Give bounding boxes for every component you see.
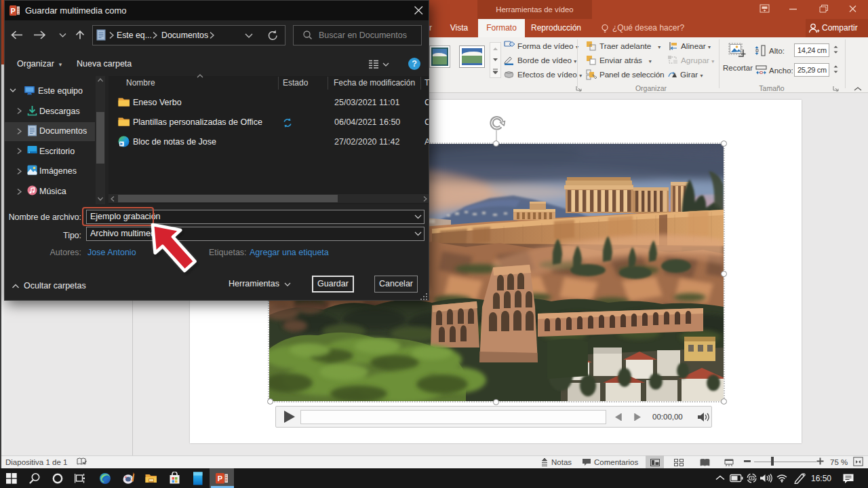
svg-text:P: P xyxy=(218,474,222,483)
svg-text:P: P xyxy=(11,7,16,15)
